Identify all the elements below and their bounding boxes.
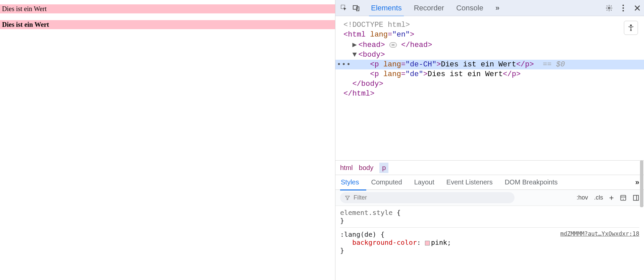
styles-pane[interactable]: element.style { } mdZMMMM?aut…YxOwxdxr:1… (335, 206, 644, 280)
tree-p2[interactable]: <p lang="de">Dies ist ein Wert</p> (343, 69, 644, 79)
scrollbar[interactable] (639, 160, 644, 280)
device-toolbar-icon[interactable] (350, 2, 362, 14)
page-paragraph-2[interactable]: Dies ist ein Wert (0, 20, 335, 29)
styles-filter-row: Filter :hov .cls + (335, 190, 644, 206)
tab-recorder[interactable]: Recorder (412, 1, 446, 15)
tab-overflow-icon[interactable]: » (493, 1, 501, 15)
filter-funnel-icon (345, 195, 350, 201)
subtab-layout[interactable]: Layout (414, 176, 435, 188)
crumb-p[interactable]: p (379, 163, 388, 173)
divider (340, 227, 639, 228)
devtools-toolbar: Elements Recorder Console » (335, 0, 644, 16)
rule-selector[interactable]: :lang(de) (340, 230, 376, 238)
lang-de-rule-block[interactable]: mdZMMMM?aut…YxOwxdxr:18 :lang(de) { back… (340, 230, 639, 255)
accessibility-tree-icon[interactable] (624, 21, 638, 35)
devtools-main-tabs: Elements Recorder Console » (369, 1, 501, 15)
settings-gear-icon[interactable] (605, 4, 613, 12)
close-devtools-icon[interactable] (633, 4, 641, 12)
scrollbar-thumb[interactable] (640, 160, 643, 207)
tree-body-open[interactable]: ▼<body> (343, 50, 644, 60)
svg-point-5 (623, 7, 624, 8)
elements-dom-tree[interactable]: <!DOCTYPE html> <html lang="en"> ▶<head>… (335, 16, 644, 160)
subtab-dom-breakpoints[interactable]: DOM Breakpoints (504, 176, 558, 188)
color-swatch-icon[interactable] (425, 241, 430, 245)
css-property-name[interactable]: background-color (352, 238, 417, 246)
styles-filter-input[interactable]: Filter (340, 192, 515, 203)
rendered-page-pane: Dies ist ein Wert Dies ist ein Wert (0, 0, 335, 280)
svg-point-7 (630, 25, 632, 26)
new-style-rule-icon[interactable]: + (609, 193, 614, 203)
toggle-sidebar-icon[interactable] (633, 194, 639, 201)
ellipsis-icon[interactable]: ⋯ (389, 42, 397, 48)
kebab-menu-icon[interactable] (619, 4, 627, 12)
subtab-event-listeners[interactable]: Event Listeners (446, 176, 493, 188)
stylesheet-source-link[interactable]: mdZMMMM?aut…YxOwxdxr:18 (560, 230, 639, 237)
tree-html-close[interactable]: </html> (343, 89, 644, 99)
crumb-body[interactable]: body (359, 164, 373, 172)
subtab-computed[interactable]: Computed (370, 176, 402, 188)
css-property-value[interactable]: pink (431, 238, 447, 246)
tree-head[interactable]: ▶<head> ⋯ </head> (343, 40, 644, 50)
tree-p1-selected[interactable]: ••• <p lang="de-CH">Dies ist ein Wert</p… (335, 60, 644, 69)
svg-rect-9 (634, 195, 639, 200)
crumb-html[interactable]: html (340, 164, 353, 172)
svg-point-6 (623, 10, 624, 11)
devtools-pane: Elements Recorder Console » <!DOCTYPE ht… (335, 0, 644, 280)
element-style-selector: element.style (340, 209, 393, 217)
tree-html-open[interactable]: <html lang="en"> (343, 30, 644, 40)
styles-subtabs: Styles Computed Layout Event Listeners D… (335, 175, 644, 190)
tab-elements[interactable]: Elements (369, 1, 404, 15)
computed-styles-icon[interactable] (620, 194, 627, 201)
cls-toggle-button[interactable]: .cls (594, 194, 603, 201)
tree-doctype[interactable]: <!DOCTYPE html> (343, 20, 644, 30)
filter-placeholder: Filter (354, 194, 367, 201)
element-style-block[interactable]: element.style { } (340, 209, 639, 225)
tab-console[interactable]: Console (454, 1, 485, 15)
page-paragraph-1[interactable]: Dies ist ein Wert (0, 4, 335, 13)
breadcrumb: html body p (335, 160, 644, 175)
tree-body-close[interactable]: </body> (343, 79, 644, 89)
subtab-styles[interactable]: Styles (340, 176, 360, 188)
line-actions-icon[interactable]: ••• (337, 60, 351, 69)
inspect-element-icon[interactable] (338, 2, 350, 14)
svg-point-4 (623, 4, 624, 6)
subtab-overflow-icon[interactable]: » (635, 178, 639, 187)
svg-point-3 (608, 7, 610, 9)
hov-toggle-button[interactable]: :hov (577, 194, 588, 201)
